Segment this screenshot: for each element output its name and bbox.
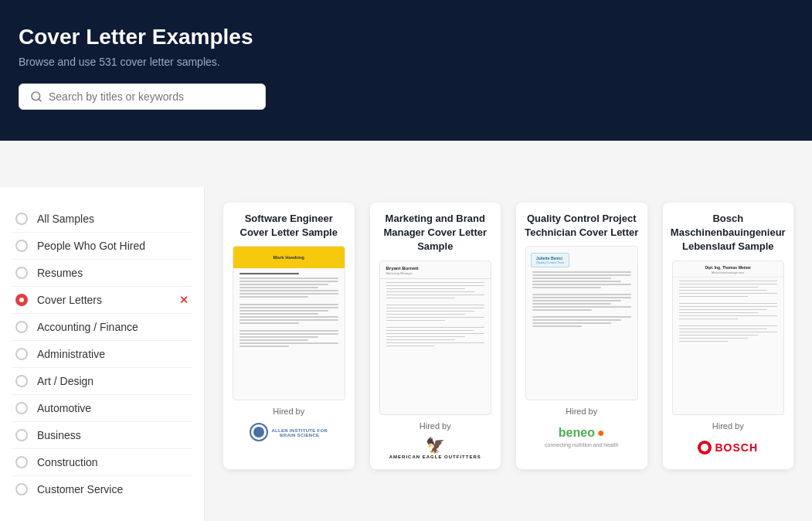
card-preview-2: Bryant Burnett Marketing Manager [379,260,492,415]
sidebar-item-accounting-finance[interactable]: Accounting / Finance [12,314,192,341]
bosch-logo: BOSCH [698,441,758,455]
sidebar-label-administrative: Administrative [37,348,189,360]
hired-section-4: Hired by BOSCH [663,415,794,469]
radio-construction [15,456,28,468]
card-preview-3: Juliette Benici Quality Control Tech [525,246,638,400]
hired-section-2: Hired by 🦅 AMERICAN EAGLE OUTFITTERS [370,415,501,469]
hired-label-1: Hired by [233,407,345,416]
radio-automotive [15,402,28,414]
sidebar-label-automotive: Automotive [37,402,189,414]
sidebar-label-art-design: Art / Design [37,375,189,387]
beneo-dot-text: ● [597,426,605,440]
aeo-eagle-icon: 🦅 [426,436,445,455]
hired-label-3: Hired by [525,407,638,416]
sidebar-label-cover-letters: Cover Letters [37,294,179,306]
beneo-tagline: connecting nutrition and health [525,442,638,448]
beneo-logo: beneo ● [559,426,605,440]
beneo-text: beneo [559,426,595,440]
radio-people-who-got-hired [15,240,28,252]
radio-all-samples [15,213,28,225]
card-title-1: Software Engineer Cover Letter Sample [223,203,355,246]
hired-logo-1: ALLEN INSTITUTE FOR BRAIN SCIENCE [233,421,345,445]
hired-logo-2: 🦅 AMERICAN EAGLE OUTFITTERS [379,435,492,460]
sidebar-item-construction[interactable]: Construction [12,449,192,476]
hired-section-3: Hired by beneo ● connecting nutrition an… [516,400,647,457]
header-subtitle: Browse and use 531 cover letter samples. [19,56,793,68]
search-bar [19,83,266,110]
hired-section-1: Hired by ALLEN INSTITUTE FOR BRAIN SCIEN… [223,400,355,455]
allen-logo-circle [250,423,268,441]
sidebar-item-customer-service[interactable]: Customer Service [12,476,192,502]
sidebar-label-customer-service: Customer Service [37,483,189,495]
sidebar-label-all-samples: All Samples [37,213,189,225]
card-software-engineer[interactable]: Software Engineer Cover Letter Sample Ma… [223,203,355,469]
aeo-text: AMERICAN EAGLE OUTFITTERS [389,455,481,459]
sidebar-label-resumes: Resumes [37,267,189,279]
sidebar-item-art-design[interactable]: Art / Design [12,368,192,395]
search-icon [30,90,42,103]
sidebar-item-resumes[interactable]: Resumes [12,260,192,287]
header-section: Cover Letter Examples Browse and use 531… [0,0,812,141]
sidebar-label-business: Business [37,429,189,441]
sidebar-label-construction: Construction [37,456,189,468]
radio-business [15,429,28,441]
sidebar-item-business[interactable]: Business [12,422,192,449]
card-preview-1: Mark Hawking [233,246,345,400]
card-title-4: Bosch Maschinenbauingenieur Lebenslauf S… [663,203,794,260]
svg-line-1 [39,99,41,101]
sidebar-item-all-samples[interactable]: All Samples [12,206,192,233]
hired-logo-4: BOSCH [672,435,785,460]
card-title-3: Quality Control Project Technician Cover… [516,203,647,246]
sidebar-item-automotive[interactable]: Automotive [12,395,192,422]
hired-label-2: Hired by [379,421,492,431]
spacer [0,141,812,187]
radio-accounting-finance [15,321,28,333]
card-bosch[interactable]: Bosch Maschinenbauingenieur Lebenslauf S… [663,203,794,469]
card-preview-4: Dipl. Ing. Thomas Weiner Maschinenbauing… [672,260,785,415]
radio-customer-service [15,483,28,495]
sidebar: All Samples People Who Got Hired Resumes… [0,187,205,521]
aeo-logo: 🦅 AMERICAN EAGLE OUTFITTERS [389,436,481,459]
card2-name: Bryant Burnett [386,266,485,271]
bosch-logo-circle [698,441,712,455]
card4-name: Dipl. Ing. Thomas Weiner [678,265,780,270]
radio-resumes [15,267,28,279]
card-title-2: Marketing and Brand Manager Cover Letter… [370,203,501,260]
card-quality-control[interactable]: Quality Control Project Technician Cover… [516,203,647,469]
close-icon[interactable]: ✕ [179,294,189,306]
radio-administrative [15,348,28,360]
bosch-logo-inner [701,444,708,451]
bosch-text: BOSCH [715,441,758,454]
allen-logo-text-line2: BRAIN SCIENCE [271,433,328,438]
sidebar-label-people-who-got-hired: People Who Got Hired [37,240,189,252]
allen-logo-inner [253,427,264,438]
card1-header: Mark Hawking [233,247,345,268]
main-layout: All Samples People Who Got Hired Resumes… [0,187,812,521]
page-title: Cover Letter Examples [19,25,793,49]
sidebar-item-cover-letters[interactable]: Cover Letters ✕ [12,287,192,314]
radio-cover-letters [15,294,28,306]
card-grid: Software Engineer Cover Letter Sample Ma… [223,203,793,469]
sidebar-label-accounting-finance: Accounting / Finance [37,321,189,333]
radio-art-design [15,375,28,387]
card-marketing[interactable]: Marketing and Brand Manager Cover Letter… [370,203,501,469]
search-input[interactable] [49,90,254,103]
sidebar-item-administrative[interactable]: Administrative [12,341,192,368]
content-area: Software Engineer Cover Letter Sample Ma… [205,187,812,521]
sidebar-item-people-who-got-hired[interactable]: People Who Got Hired [12,233,192,260]
card1-name: Mark Hawking [273,255,304,260]
hired-label-4: Hired by [672,421,785,431]
allen-institute-logo: ALLEN INSTITUTE FOR BRAIN SCIENCE [250,423,328,443]
